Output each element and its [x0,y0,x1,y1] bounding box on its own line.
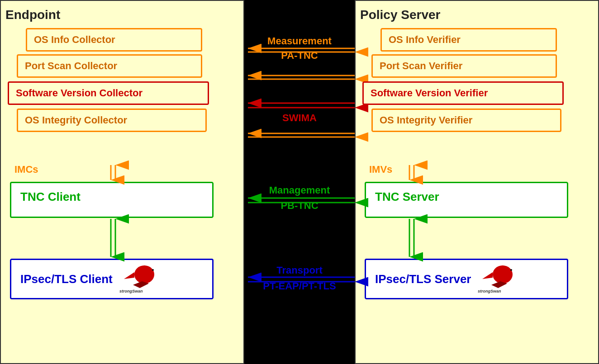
pb-tnc-label: PB-TNC [280,200,318,211]
svg-point-4 [152,269,154,271]
svg-point-0 [134,265,154,284]
tnc-server-box: TNC Server [365,182,568,218]
sw-version-verifier: Software Version Verifier [362,81,564,105]
strongswan-logo-left: strongSwan [117,263,158,295]
strongswan-logo-right: strongSwan [475,263,516,295]
svg-marker-1 [124,272,134,279]
ipsec-server-box: IPsec/TLS Server strongSwan [365,259,568,299]
port-scan-verifier: Port Scan Verifier [371,54,557,78]
tnc-client-box: TNC Client [10,182,214,218]
left-title: Endpoint [1,1,243,24]
pa-tnc-label: PA-TNC [281,50,318,61]
os-info-verifier: OS Info Verifier [380,28,557,52]
svg-marker-8 [482,272,493,279]
svg-point-7 [493,265,513,284]
measurement-label: Measurement [267,35,332,47]
svg-text:strongSwan: strongSwan [478,289,501,293]
right-panel: Policy Server OS Info Verifier Port Scan… [355,0,599,364]
pt-eap-label: PT-EAP/PT-TLS [263,280,336,292]
os-info-collector: OS Info Collector [26,28,202,52]
left-panel: Endpoint OS Info Collector Port Scan Col… [0,0,244,364]
imv-label: IMVs [369,164,392,175]
imc-label: IMCs [14,164,38,175]
transport-label: Transport [276,265,323,276]
svg-text:strongSwan: strongSwan [119,289,143,293]
os-integrity-collector: OS Integrity Collector [17,109,207,132]
svg-point-11 [510,269,512,271]
ipsec-client-box: IPsec/TLS Client strongSwan [10,259,214,299]
management-label: Management [269,184,330,196]
right-title: Policy Server [356,1,598,24]
sw-version-collector: Software Version Collector [8,81,209,105]
os-integrity-verifier: OS Integrity Verifier [371,109,561,132]
swima-label: SWIMA [282,112,317,123]
port-scan-collector: Port Scan Collector [17,54,202,78]
main-container: Endpoint OS Info Collector Port Scan Col… [0,0,599,364]
